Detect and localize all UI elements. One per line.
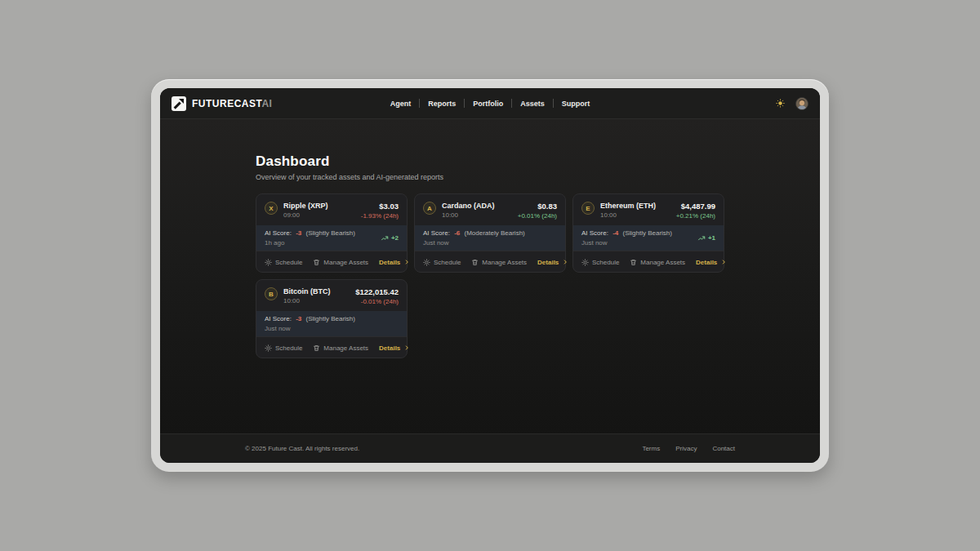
ai-sentiment: (Slightly Bearish)	[306, 229, 355, 237]
asset-price: $122,015.42	[355, 287, 399, 296]
manage-assets-button[interactable]: Manage Assets	[313, 344, 368, 352]
theme-toggle-button[interactable]	[776, 99, 785, 108]
asset-name: Ethereum (ETH)	[600, 202, 670, 210]
details-button[interactable]: Details	[379, 259, 410, 266]
gear-icon	[265, 259, 272, 266]
trend-value: +1	[708, 234, 715, 242]
manage-assets-button[interactable]: Manage Assets	[630, 259, 685, 266]
ai-updated: Just now	[423, 239, 525, 247]
trending-up-icon	[697, 234, 706, 242]
ai-score-value: -6	[454, 229, 460, 237]
ai-updated: 1h ago	[265, 239, 355, 247]
details-label: Details	[379, 344, 400, 352]
manage-assets-label: Manage Assets	[640, 259, 685, 266]
footer-link-terms[interactable]: Terms	[642, 445, 660, 452]
ai-score-value: -4	[612, 229, 618, 237]
asset-time: 10:00	[442, 211, 512, 219]
page-subtitle: Overview of your tracked assets and AI-g…	[256, 173, 724, 181]
nav-item-agent[interactable]: Agent	[382, 96, 420, 111]
nav-item-assets[interactable]: Assets	[512, 96, 553, 111]
ai-score-value: -3	[296, 315, 301, 322]
asset-name: Ripple (XRP)	[283, 202, 355, 210]
manage-assets-button[interactable]: Manage Assets	[313, 259, 368, 266]
trend-badge: +1	[697, 234, 715, 242]
asset-initial: B	[269, 291, 274, 298]
ai-score-label: AI Score:	[423, 229, 450, 237]
schedule-label: Schedule	[592, 259, 619, 266]
page-title: Dashboard	[256, 153, 724, 170]
ai-score-value: -3	[296, 229, 301, 237]
brand-name: FUTURECASTAI	[192, 98, 272, 109]
asset-change: -1.93% (24h)	[361, 212, 399, 220]
manage-assets-button[interactable]: Manage Assets	[471, 259, 527, 266]
card-actions: Schedule Manage Assets Details	[256, 336, 407, 358]
brand-logo-icon	[172, 96, 186, 111]
sun-icon	[776, 99, 785, 108]
schedule-button[interactable]: Schedule	[265, 259, 302, 266]
main-content: Dashboard Overview of your tracked asset…	[160, 119, 820, 433]
asset-card-bitcoin: B Bitcoin (BTC) 10:00 $122,015.42 -0.01%…	[256, 279, 408, 358]
ai-sentiment: (Slightly Bearish)	[306, 315, 355, 322]
nav-item-support[interactable]: Support	[554, 96, 599, 111]
ai-updated: Just now	[265, 325, 355, 332]
manage-assets-label: Manage Assets	[482, 259, 527, 266]
trending-up-icon	[381, 234, 389, 242]
ai-updated: Just now	[581, 239, 672, 247]
asset-change: -0.01% (24h)	[355, 298, 399, 305]
ai-score-label: AI Score:	[265, 229, 292, 237]
asset-time: 09:00	[283, 211, 355, 219]
asset-price: $3.03	[361, 202, 399, 211]
asset-initial: E	[586, 205, 590, 212]
nav-item-reports[interactable]: Reports	[420, 96, 464, 111]
header-actions	[637, 97, 808, 110]
asset-price: $0.83	[518, 202, 557, 211]
chevron-right-icon	[562, 259, 568, 265]
chevron-right-icon	[403, 259, 410, 265]
schedule-button[interactable]: Schedule	[265, 344, 302, 352]
footer-links: Terms Privacy Contact	[642, 445, 735, 452]
schedule-label: Schedule	[275, 344, 302, 352]
details-button[interactable]: Details	[537, 259, 568, 266]
ai-sentiment: (Slightly Bearish)	[623, 229, 672, 237]
user-avatar[interactable]	[795, 97, 808, 110]
app-header: FUTURECASTAI Agent Reports Portfolio Ass…	[160, 88, 820, 119]
asset-change: +0.01% (24h)	[518, 212, 557, 220]
ai-score-panel: AI Score: -3 (Slightly Bearish) Just now	[256, 311, 407, 336]
chevron-right-icon	[403, 344, 410, 351]
chevron-right-icon	[720, 259, 727, 265]
card-actions: Schedule Manage Assets Details	[256, 251, 407, 273]
details-button[interactable]: Details	[696, 259, 727, 266]
ai-score-panel: AI Score: -6 (Moderately Bearish) Just n…	[415, 225, 565, 251]
asset-time: 10:00	[600, 211, 670, 219]
brand: FUTURECASTAI	[172, 96, 343, 111]
asset-card-ethereum: E Ethereum (ETH) 10:00 $4,487.99 +0.21% …	[572, 193, 724, 273]
asset-time: 10:00	[283, 297, 350, 304]
asset-change: +0.21% (24h)	[676, 212, 715, 220]
details-button[interactable]: Details	[379, 344, 410, 352]
asset-coin-icon: X	[265, 202, 278, 215]
schedule-label: Schedule	[275, 259, 302, 266]
gear-icon	[423, 259, 430, 266]
ai-score-label: AI Score:	[265, 315, 292, 322]
asset-card-cardano: A Cardano (ADA) 10:00 $0.83 +0.01% (24h)	[414, 193, 566, 273]
ai-score-label: AI Score:	[581, 229, 608, 237]
schedule-button[interactable]: Schedule	[581, 259, 619, 266]
copyright-text: © 2025 Future Cast. All rights reserved.	[245, 445, 359, 452]
schedule-label: Schedule	[434, 259, 461, 266]
asset-initial: X	[269, 205, 273, 212]
trend-badge: +2	[381, 234, 399, 242]
nav-item-portfolio[interactable]: Portfolio	[465, 96, 511, 111]
asset-coin-icon: A	[423, 202, 436, 215]
footer-link-contact[interactable]: Contact	[712, 445, 735, 452]
trend-value: +2	[391, 234, 399, 242]
app-screen: FUTURECASTAI Agent Reports Portfolio Ass…	[160, 88, 820, 463]
footer-link-privacy[interactable]: Privacy	[675, 445, 697, 452]
card-actions: Schedule Manage Assets Details	[573, 251, 724, 273]
ai-sentiment: (Moderately Bearish)	[465, 229, 525, 237]
asset-name: Cardano (ADA)	[442, 202, 512, 210]
details-label: Details	[696, 259, 717, 266]
trash-icon	[313, 259, 320, 266]
asset-name: Bitcoin (BTC)	[283, 287, 350, 295]
manage-assets-label: Manage Assets	[323, 259, 368, 266]
schedule-button[interactable]: Schedule	[423, 259, 461, 266]
